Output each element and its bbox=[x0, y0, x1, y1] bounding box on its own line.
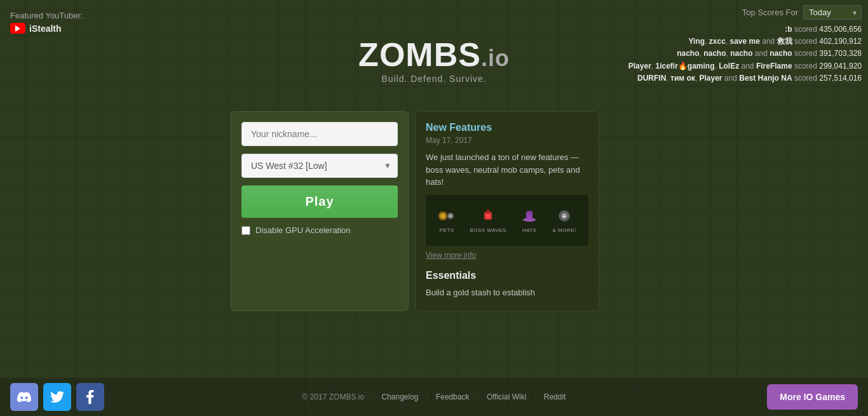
period-dropdown-wrapper[interactable]: Today This Week All Time ▼ bbox=[803, 5, 862, 20]
hats-icon bbox=[520, 207, 538, 225]
featured-youtuber-section: Featured YouTuber: iStealth bbox=[10, 11, 83, 34]
svg-point-3 bbox=[449, 214, 452, 218]
gpu-acceleration-row: Disable GPU Acceleration bbox=[241, 225, 398, 235]
logo-area: ZOMBS.io Build. Defend. Survive. bbox=[358, 38, 510, 84]
essentials-title: Essentials bbox=[426, 270, 588, 281]
score-line-2: Ying, zxcc, save me and 救我 scored 402,19… bbox=[628, 36, 862, 48]
more-io-button[interactable]: More IO Games bbox=[767, 384, 858, 410]
top-scores-section: Top Scores For Today This Week All Time … bbox=[628, 5, 862, 84]
facebook-button[interactable] bbox=[76, 383, 104, 411]
gpu-checkbox[interactable] bbox=[241, 226, 250, 235]
pets-feature: PETS bbox=[438, 207, 456, 233]
youtuber-link[interactable]: iStealth bbox=[10, 23, 83, 34]
new-features-date: May 17, 2017 bbox=[426, 136, 588, 145]
changelog-link[interactable]: Changelog bbox=[381, 393, 418, 401]
pets-label: PETS bbox=[440, 227, 454, 233]
server-select-wrapper[interactable]: US West #32 [Low] US East #1 [Low] EU #1… bbox=[241, 154, 398, 178]
hats-feature: HATS bbox=[520, 207, 538, 233]
more-feature: + & MORE! bbox=[553, 207, 576, 233]
footer-social-buttons bbox=[10, 383, 104, 411]
server-select[interactable]: US West #32 [Low] US East #1 [Low] EU #1… bbox=[241, 154, 398, 178]
play-button[interactable]: Play bbox=[241, 185, 398, 218]
svg-point-6 bbox=[485, 213, 491, 218]
nickname-input[interactable] bbox=[241, 122, 398, 146]
svg-point-1 bbox=[440, 213, 445, 218]
top-scores-label: Top Scores For bbox=[742, 8, 798, 17]
youtuber-name: iStealth bbox=[29, 23, 62, 34]
featured-label: Featured YouTuber: bbox=[10, 11, 83, 20]
feedback-link[interactable]: Feedback bbox=[436, 393, 470, 401]
footer-links: © 2017 ZOMBS.io · Changelog · Feedback ·… bbox=[302, 393, 566, 401]
svg-text:+: + bbox=[562, 213, 566, 220]
logo-title: ZOMBS.io bbox=[358, 38, 510, 71]
logo-io: .io bbox=[481, 45, 510, 71]
essentials-text: Build a gold stash to establish bbox=[426, 286, 588, 299]
period-dropdown[interactable]: Today This Week All Time bbox=[803, 5, 862, 20]
score-line-1: :b scored 435,006,656 bbox=[628, 23, 862, 36]
twitter-button[interactable] bbox=[43, 383, 71, 411]
more-icon: + bbox=[555, 207, 573, 225]
pets-icon bbox=[438, 207, 456, 225]
svg-point-9 bbox=[526, 211, 532, 213]
feature-banner: PETS BOSS WAVES bbox=[426, 195, 588, 246]
footer: © 2017 ZOMBS.io · Changelog · Feedback ·… bbox=[0, 378, 868, 416]
new-features-title: New Features bbox=[426, 122, 588, 133]
official-wiki-link[interactable]: Official Wiki bbox=[487, 393, 526, 401]
gpu-label[interactable]: Disable GPU Acceleration bbox=[255, 225, 351, 235]
score-line-4: Player, 1icefir🔥gaming, LolEz and FireFl… bbox=[628, 60, 862, 72]
logo-subtitle: Build. Defend. Survive. bbox=[358, 74, 510, 84]
score-line-5: DURFIN, тим ок, Player and Best Hanjo NA… bbox=[628, 72, 862, 84]
hats-label: HATS bbox=[522, 227, 537, 233]
score-line-3: nacho, nacho, nacho and nacho scored 391… bbox=[628, 48, 862, 60]
main-content: US West #32 [Low] US East #1 [Low] EU #1… bbox=[231, 111, 637, 311]
boss-waves-feature: BOSS WAVES bbox=[470, 207, 506, 233]
boss-waves-label: BOSS WAVES bbox=[470, 227, 506, 233]
view-more-link[interactable]: View more info bbox=[426, 251, 588, 260]
right-panel-scroll[interactable]: New Features May 17, 2017 We just launch… bbox=[416, 112, 599, 311]
logo-zombs: ZOMBS bbox=[358, 36, 481, 73]
boss-waves-icon bbox=[479, 207, 497, 225]
right-panel: New Features May 17, 2017 We just launch… bbox=[415, 111, 599, 311]
more-label: & MORE! bbox=[553, 227, 576, 233]
youtube-icon bbox=[10, 23, 25, 34]
left-panel: US West #32 [Low] US East #1 [Low] EU #1… bbox=[231, 111, 409, 311]
discord-button[interactable] bbox=[10, 383, 38, 411]
copyright-text: © 2017 ZOMBS.io bbox=[302, 393, 365, 401]
reddit-link[interactable]: Reddit bbox=[544, 393, 566, 401]
new-features-text: We just launched a ton of new features —… bbox=[426, 151, 588, 189]
